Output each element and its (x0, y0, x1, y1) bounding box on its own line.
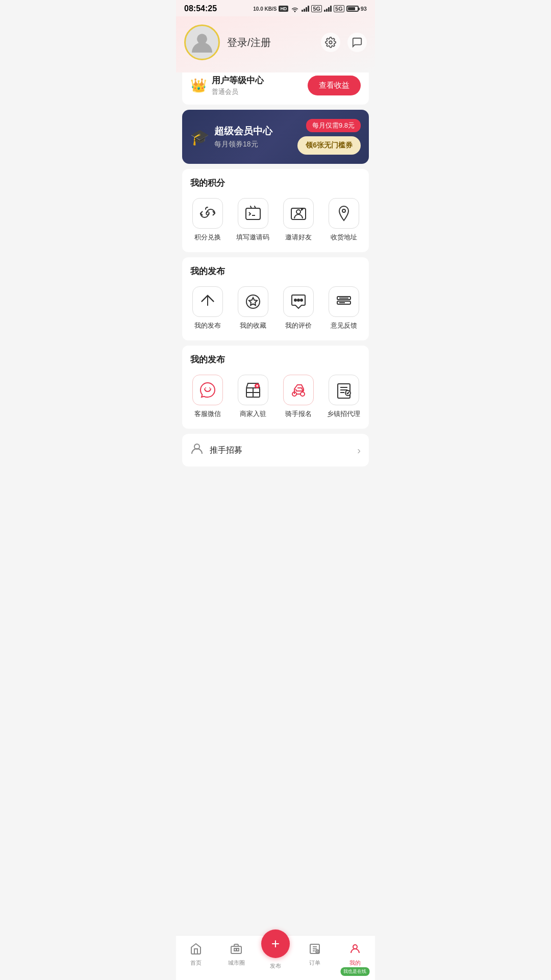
invite-code-icon (238, 198, 268, 229)
crown-icon: 👑 (190, 78, 207, 93)
svg-rect-3 (246, 208, 260, 219)
rider-item[interactable]: 骑手报名 (278, 375, 318, 419)
svg-point-16 (205, 387, 206, 388)
svg-point-11 (300, 299, 303, 301)
promo-arrow-icon: › (357, 445, 361, 456)
svg-point-17 (209, 387, 210, 388)
status-bar: 08:54:25 10.0 KB/S HD 5G 5G 93 (176, 0, 375, 16)
feedback-icon (329, 286, 359, 317)
my-publish-label: 我的发布 (194, 321, 221, 330)
message-button[interactable] (347, 33, 367, 52)
gear-icon (325, 37, 336, 48)
my-collect-label: 我的收藏 (240, 321, 266, 330)
invite-friend-item[interactable]: 邀请好友 (278, 198, 318, 242)
my-collect-icon (238, 286, 268, 317)
points-section-title: 我的积分 (187, 177, 364, 189)
vip-info: 超级会员中心 每月领券18元 (214, 125, 272, 149)
rider-label: 骑手报名 (285, 409, 312, 419)
my-review-label: 我的评价 (285, 321, 312, 330)
address-label: 收货地址 (331, 233, 357, 242)
signal1-icon (302, 6, 309, 12)
my-publish-item[interactable]: 我的发布 (187, 286, 228, 330)
5g-badge1: 5G (311, 5, 322, 12)
my-collect-item[interactable]: 我的收藏 (233, 286, 273, 330)
points-exchange-label: 积分兑换 (194, 233, 221, 242)
feedback-label: 意见反馈 (331, 321, 357, 330)
agent-item[interactable]: 乡镇招代理 (323, 375, 364, 419)
promo-user-icon (190, 442, 204, 458)
svg-point-10 (297, 299, 299, 301)
address-icon (329, 198, 359, 229)
my-publish-icon (192, 286, 223, 317)
merchant-item[interactable]: 商家入驻 (233, 375, 273, 419)
settings-button[interactable] (321, 33, 340, 52)
promo-text: 推手招募 (210, 445, 242, 456)
service-section: 我的发布 客服微信 (182, 346, 369, 429)
signal2-icon (324, 6, 332, 12)
points-exchange-icon (192, 198, 223, 229)
vip-left: 🎓 超级会员中心 每月领券18元 (190, 125, 272, 149)
customer-service-label: 客服微信 (194, 409, 221, 419)
level-left: 👑 用户等级中心 普通会员 (190, 75, 264, 96)
svg-point-9 (294, 299, 296, 301)
profile-login-text[interactable]: 登录/注册 (227, 36, 271, 50)
vip-card: 🎓 超级会员中心 每月领券18元 每月仅需9.8元 领6张无门槛券 (182, 110, 369, 164)
vip-coupon-button[interactable]: 领6张无门槛券 (297, 136, 361, 155)
merchant-label: 商家入驻 (240, 409, 266, 419)
message-icon (352, 37, 363, 48)
vip-title: 超级会员中心 (214, 125, 272, 138)
avatar-placeholder-icon (189, 30, 215, 55)
battery-icon (346, 6, 359, 12)
service-grid: 客服微信 商家入驻 (187, 375, 364, 419)
customer-service-item[interactable]: 客服微信 (187, 375, 228, 419)
address-item[interactable]: 收货地址 (323, 198, 364, 242)
graduation-icon: 🎓 (190, 128, 209, 146)
status-icons: 10.0 KB/S HD 5G 5G 93 (253, 5, 367, 12)
invite-code-label: 填写邀请码 (236, 233, 269, 242)
service-section-title: 我的发布 (187, 354, 364, 365)
my-publish-section-title: 我的发布 (187, 265, 364, 277)
rider-icon (283, 375, 314, 405)
svg-point-6 (342, 209, 345, 212)
header-icons (321, 33, 367, 52)
vip-subtitle: 每月领券18元 (214, 140, 272, 149)
level-info: 用户等级中心 普通会员 (212, 75, 264, 96)
invite-friend-label: 邀请好友 (285, 233, 312, 242)
points-exchange-item[interactable]: 积分兑换 (187, 198, 228, 242)
my-publish-section: 我的发布 我的发布 (182, 257, 369, 340)
promo-left: 推手招募 (190, 442, 242, 458)
feedback-item[interactable]: 意见反馈 (323, 286, 364, 330)
publish-grid: 我的发布 我的收藏 (187, 286, 364, 330)
my-review-item[interactable]: 我的评价 (278, 286, 318, 330)
view-earnings-button[interactable]: 查看收益 (308, 76, 361, 95)
vip-price-tag: 每月仅需9.8元 (306, 119, 361, 132)
svg-point-5 (296, 210, 300, 214)
promo-row[interactable]: 推手招募 › (182, 434, 369, 467)
avatar[interactable] (184, 24, 220, 60)
profile-section: 登录/注册 (176, 16, 375, 72)
invite-friend-icon (283, 198, 314, 229)
customer-service-icon (192, 375, 223, 405)
hd-badge: HD (279, 6, 288, 12)
points-section: 我的积分 积分兑换 (182, 169, 369, 252)
level-subtitle: 普通会员 (212, 87, 264, 96)
points-grid: 积分兑换 填写邀请码 (187, 198, 364, 242)
agent-icon (329, 375, 359, 405)
vip-right: 每月仅需9.8元 领6张无门槛券 (297, 119, 361, 155)
agent-label: 乡镇招代理 (327, 409, 360, 419)
my-review-icon (283, 286, 314, 317)
network-speed: 10.0 KB/S (253, 6, 277, 12)
svg-point-25 (300, 392, 305, 396)
wifi-icon (290, 5, 299, 12)
status-time: 08:54:25 (184, 4, 217, 13)
5g-badge2: 5G (334, 5, 344, 12)
svg-point-1 (329, 41, 332, 44)
level-title: 用户等级中心 (212, 75, 264, 86)
merchant-icon (238, 375, 268, 405)
battery-level: 93 (361, 6, 367, 12)
invite-code-item[interactable]: 填写邀请码 (233, 198, 273, 242)
